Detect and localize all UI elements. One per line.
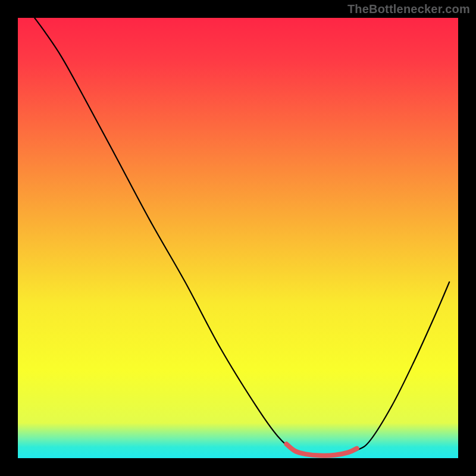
chart-stage: TheBottlenecker.com: [0, 0, 476, 476]
watermark-text: TheBottlenecker.com: [347, 2, 470, 16]
plot-background: [18, 18, 458, 458]
chart-canvas: [0, 0, 476, 476]
